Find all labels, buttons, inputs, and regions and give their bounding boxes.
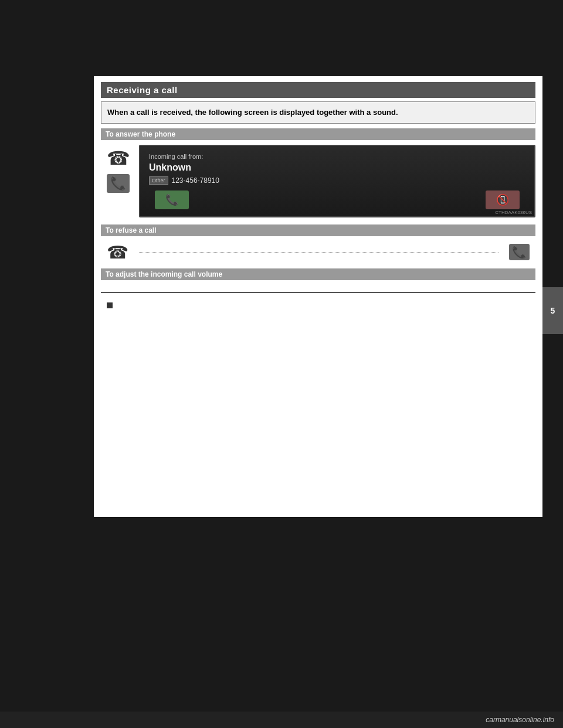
phone-small-refuse-icon: 📞 [509, 244, 530, 260]
incoming-call-screen: Incoming call from: Unknown Other 123-45… [139, 145, 535, 217]
screen-watermark: CTHDAAK036US [495, 210, 532, 215]
content-area: Receiving a call When a call is received… [94, 76, 542, 517]
note-section [101, 298, 535, 313]
refuse-divider [139, 252, 498, 253]
volume-section [101, 283, 535, 287]
screen-decline-button[interactable]: 📵 [486, 190, 520, 209]
section-divider [101, 292, 535, 293]
screen-answer-button[interactable]: 📞 [155, 190, 189, 209]
answer-subsection-header: To answer the phone [101, 128, 535, 140]
phone-off-icon: ☎ [107, 147, 130, 169]
refuse-subsection-header: To refuse a call [101, 224, 535, 236]
volume-subsection-header: To adjust the incoming call volume [101, 268, 535, 280]
answer-icons-area: ☎ 📞 [101, 142, 139, 193]
answer-section: ☎ 📞 Incoming call from: Unknown Other 12… [101, 142, 535, 220]
caller-number-row: Other 123-456-78910 [149, 176, 525, 185]
caller-number: 123-456-78910 [172, 176, 219, 185]
border-top [0, 0, 563, 76]
website-bar: carmanualsonline.info [0, 712, 563, 728]
incoming-label: Incoming call from: [149, 153, 525, 160]
screen-buttons: 📞 📵 [149, 190, 525, 209]
section-title: Receiving a call [101, 82, 535, 98]
note-bullet-icon [107, 302, 113, 308]
caller-type-badge: Other [149, 176, 168, 185]
website-label: carmanualsonline.info [486, 716, 554, 724]
caller-name: Unknown [149, 162, 525, 173]
phone-answer-icon: 📞 [107, 174, 130, 193]
refuse-section: ☎ 📞 [101, 239, 535, 266]
page: 5 Receiving a call When a call is receiv… [0, 0, 563, 728]
phone-refuse-icon: ☎ [107, 242, 128, 263]
side-tab-number: 5 [542, 287, 563, 334]
border-bottom [0, 517, 563, 728]
screen-inner: Incoming call from: Unknown Other 123-45… [140, 146, 534, 216]
border-left [0, 76, 94, 517]
info-box: When a call is received, the following s… [101, 101, 535, 124]
